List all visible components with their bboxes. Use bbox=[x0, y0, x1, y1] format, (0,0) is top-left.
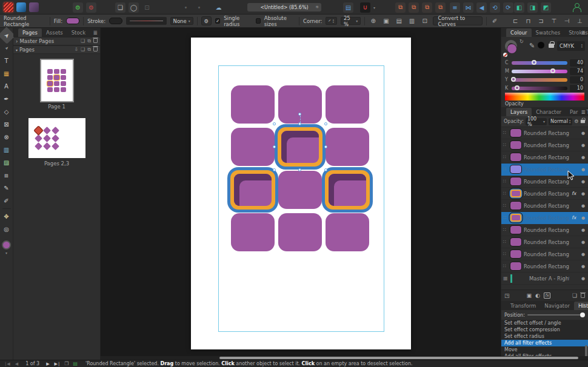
visibility-dot[interactable]: ● bbox=[581, 143, 586, 148]
tab-colour[interactable]: Colour bbox=[506, 28, 532, 37]
next-page-button[interactable]: ▶ bbox=[46, 362, 50, 366]
layer-effects-icon[interactable]: fx bbox=[544, 293, 550, 299]
layer-row[interactable]: ∷Rounded Rectangle● bbox=[501, 248, 588, 260]
tab-assets[interactable]: Assets bbox=[42, 28, 67, 37]
add-master-icon[interactable]: ❏ bbox=[81, 38, 85, 44]
visibility-dot[interactable]: ● bbox=[581, 216, 586, 220]
visibility-dot[interactable]: ● bbox=[581, 264, 586, 269]
history-item[interactable]: Set effect offset / angle bbox=[501, 320, 588, 326]
adjustment-layer-icon[interactable]: ◐ bbox=[535, 293, 540, 299]
layer-row[interactable]: ∷Rounded Rectangle● bbox=[501, 260, 588, 273]
magenta-slider[interactable] bbox=[512, 70, 567, 73]
layer-row[interactable]: ∷Rounded Rectangle● bbox=[501, 176, 588, 188]
new-document-icon[interactable]: ❏ bbox=[115, 2, 125, 13]
tab-paragraph[interactable]: Par bbox=[566, 108, 582, 116]
pages23-thumbnail[interactable] bbox=[28, 118, 85, 158]
blend-mode-dropdown[interactable]: Normal ▴▾ bbox=[549, 118, 572, 125]
colour-spectrum-bar[interactable] bbox=[505, 93, 584, 101]
snapping-magnet-icon[interactable]: ⊃ bbox=[360, 2, 370, 13]
colour-mode-dropdown[interactable]: CMYK ▴▾ bbox=[557, 41, 585, 51]
history-item[interactable]: Set effect radius bbox=[501, 333, 588, 340]
layer-row-selected-fx[interactable]: ∷Rounded Rectanglefx● bbox=[501, 212, 588, 224]
align-top-icon[interactable]: ⊤ bbox=[549, 16, 558, 25]
rounded-rectangle-r4c3[interactable] bbox=[326, 213, 369, 251]
master-layer-row[interactable]: ▦Master A - Right● bbox=[501, 273, 588, 285]
last-page-button[interactable]: ▶| bbox=[55, 362, 61, 366]
flip-vertical-icon[interactable]: ◀ bbox=[476, 2, 487, 13]
rounded-rectangle-r3c1-effect[interactable] bbox=[227, 167, 278, 213]
canvas-viewport[interactable] bbox=[101, 28, 501, 360]
history-item-selected[interactable]: Add all filter effects bbox=[501, 340, 588, 346]
preflight-icon[interactable]: ▤ bbox=[343, 2, 353, 13]
flip-horizontal-icon[interactable]: ⋈ bbox=[463, 2, 473, 13]
visibility-dot[interactable]: ● bbox=[581, 203, 586, 208]
history-scrollbar[interactable] bbox=[585, 345, 587, 357]
selection-handle-e[interactable] bbox=[324, 145, 327, 148]
pasteboard-icon[interactable]: ❐ bbox=[64, 361, 68, 366]
pin-icon[interactable]: • bbox=[181, 2, 191, 13]
rotate-ccw-icon[interactable]: ⟲ bbox=[490, 2, 500, 13]
colour-well-chevron-icon[interactable]: ▾ bbox=[5, 251, 7, 255]
shape-tool[interactable]: ◇ bbox=[1, 105, 13, 118]
place-image-icon[interactable]: ◯ bbox=[129, 2, 139, 13]
visibility-dot[interactable]: ● bbox=[581, 131, 586, 136]
add-layer-icon[interactable]: ❏ bbox=[572, 293, 577, 299]
snap-to-center-icon[interactable]: ⊕ bbox=[369, 16, 378, 25]
account-icon[interactable] bbox=[573, 3, 580, 12]
fx-icon[interactable]: fx bbox=[572, 191, 579, 196]
visibility-dot[interactable]: ● bbox=[581, 155, 586, 160]
stroke-style-dropdown[interactable]: None ▾ bbox=[170, 17, 193, 25]
move-to-front-icon[interactable]: ⧉ bbox=[435, 2, 446, 13]
panel-menu-icon[interactable]: ≣ bbox=[581, 30, 586, 36]
position-slider[interactable] bbox=[527, 314, 585, 316]
cyan-slider[interactable] bbox=[512, 61, 567, 65]
panel-menu-icon[interactable]: ≣ bbox=[93, 30, 98, 36]
fill-tool[interactable]: ▥ bbox=[1, 144, 13, 156]
mask-layer-icon[interactable]: ▣ bbox=[527, 293, 532, 299]
panel-menu-icon[interactable]: ≣ bbox=[581, 109, 586, 115]
layer-row[interactable]: ∷Rounded Rectangle● bbox=[501, 127, 588, 139]
view-tool[interactable]: ✥ bbox=[1, 210, 13, 223]
selection-handle-nw[interactable] bbox=[273, 122, 276, 125]
vector-brush-tool[interactable]: ✎ bbox=[1, 182, 13, 194]
black-value[interactable]: 10 bbox=[570, 85, 584, 92]
preflight-status-icon[interactable]: ▤ bbox=[73, 361, 78, 366]
pen-tool[interactable]: ✒ bbox=[1, 93, 13, 105]
swap-colours-icon[interactable]: ↻ bbox=[520, 39, 524, 44]
rounded-rectangle-r1c3[interactable] bbox=[326, 85, 369, 124]
cyan-value[interactable]: 40 bbox=[570, 59, 584, 67]
layer-row-fx[interactable]: ∷Rounded Rectanglefx● bbox=[501, 188, 588, 200]
publisher-persona-icon[interactable] bbox=[4, 2, 13, 12]
duplicate-page-icon[interactable]: ⧉ bbox=[87, 47, 91, 53]
align-center-icon[interactable]: ⊓ bbox=[524, 16, 533, 25]
selection-handle-s[interactable] bbox=[298, 168, 301, 171]
tab-character[interactable]: Character bbox=[532, 108, 566, 116]
master-pages-section[interactable]: › Master Pages ❏ ⧉ bbox=[13, 37, 100, 45]
selection-handle-ne[interactable] bbox=[324, 122, 327, 125]
layer-row[interactable]: ∷Rounded Rectangle● bbox=[501, 224, 588, 236]
boolean-add-icon[interactable]: ◧ bbox=[514, 2, 524, 13]
black-knob[interactable] bbox=[515, 85, 520, 90]
colour-picker-tool[interactable]: ✐ bbox=[1, 194, 13, 207]
picked-colour-swatch[interactable] bbox=[538, 42, 544, 48]
stroke-width-preview[interactable] bbox=[126, 17, 166, 25]
visibility-dot[interactable]: ● bbox=[581, 191, 586, 196]
rounded-rectangle-r3c3-effect[interactable] bbox=[322, 167, 373, 213]
rounded-rectangle-r1c1[interactable] bbox=[231, 85, 275, 124]
convert-to-curves-button[interactable]: Convert to Curves bbox=[433, 16, 482, 25]
horizontal-scrollbar-thumb[interactable] bbox=[219, 357, 578, 359]
boolean-divide-icon[interactable]: ◩ bbox=[541, 2, 551, 13]
stroke-properties-button[interactable]: ⚙ bbox=[201, 16, 212, 25]
no-fill-icon[interactable] bbox=[503, 53, 507, 57]
back-one-icon[interactable]: ⧉ bbox=[409, 2, 419, 13]
tab-swatches[interactable]: Swatches bbox=[532, 28, 565, 37]
magenta-value[interactable]: 74 bbox=[570, 68, 584, 75]
lock-icon[interactable] bbox=[549, 44, 554, 48]
layer-settings-icon[interactable]: ⚙ bbox=[574, 119, 578, 124]
rotation-handle[interactable] bbox=[298, 113, 301, 116]
style-paint-icon[interactable]: ✐ bbox=[490, 16, 499, 25]
picture-frame-rect-tool[interactable]: ⊠ bbox=[1, 118, 13, 131]
zoom-tool[interactable]: ◎ bbox=[1, 223, 13, 236]
selection-handle-se[interactable] bbox=[324, 168, 327, 171]
embed-document-icon[interactable]: ⊡ bbox=[142, 2, 152, 13]
